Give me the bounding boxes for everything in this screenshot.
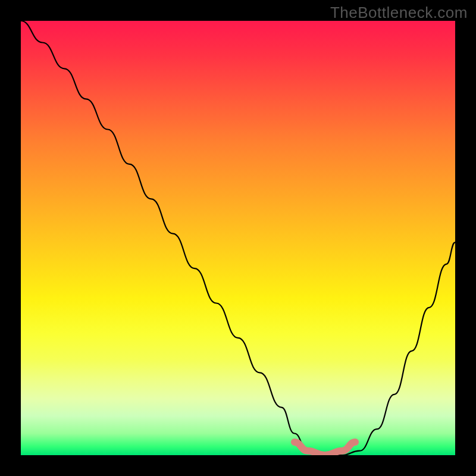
chart-frame: TheBottleneck.com	[0, 0, 476, 476]
bottleneck-curve-path	[21, 21, 455, 455]
watermark-text: TheBottleneck.com	[330, 4, 468, 22]
plot-area	[21, 21, 455, 455]
optimal-range-marker-path	[295, 442, 355, 455]
curve-svg	[21, 21, 455, 455]
